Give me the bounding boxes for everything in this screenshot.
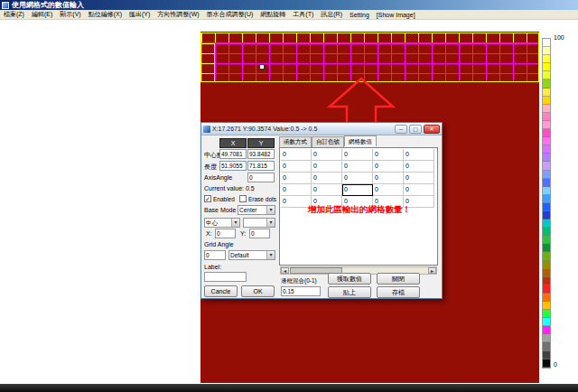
save-button[interactable]: 存檔: [377, 286, 420, 298]
offset-x-input[interactable]: [215, 229, 236, 238]
palette-swatch[interactable]: [543, 252, 550, 260]
palette-swatch[interactable]: [543, 351, 550, 359]
palette-swatch[interactable]: [543, 269, 550, 277]
ok-button[interactable]: OK: [241, 285, 275, 297]
menu-item[interactable]: [Show Image]: [373, 12, 419, 18]
center-x-input[interactable]: [219, 149, 247, 159]
menu-item[interactable]: 匯出(Y): [126, 10, 154, 19]
scroll-right-icon[interactable]: ►: [428, 267, 436, 274]
axis-angle-input[interactable]: [247, 173, 275, 182]
palette-swatch[interactable]: [543, 171, 550, 179]
grid-cell[interactable]: 0: [373, 184, 404, 196]
grid-cell[interactable]: 0: [342, 161, 373, 173]
palette-swatch[interactable]: [543, 211, 550, 219]
palette-swatch[interactable]: [543, 97, 550, 105]
grid-cell[interactable]: 0: [342, 173, 373, 184]
palette-swatch[interactable]: [543, 39, 550, 47]
center-y-input[interactable]: [247, 149, 275, 159]
grid-cell[interactable]: 0: [281, 173, 312, 184]
palette-swatch[interactable]: [543, 318, 550, 326]
palette-swatch[interactable]: [543, 203, 550, 211]
dialog-titlebar[interactable]: X:17.2671 Y:90.3574 Value:0.5 -> 0.5 ─ ▢…: [201, 123, 442, 135]
menu-item[interactable]: 檔案(Z): [0, 10, 28, 19]
close-dialog-button[interactable]: 關閉: [377, 273, 420, 285]
menu-item[interactable]: 墨水合成調整(U): [203, 10, 257, 19]
palette-swatch[interactable]: [543, 113, 550, 121]
grid-cell[interactable]: 0: [373, 173, 404, 184]
grid-cell[interactable]: 0: [281, 161, 312, 173]
halftone-grid-region[interactable]: [200, 33, 539, 82]
palette-swatch[interactable]: [543, 334, 550, 342]
palette-swatch[interactable]: [543, 219, 550, 228]
palette-swatch[interactable]: [543, 195, 550, 203]
enabled-checkbox[interactable]: Enabled: [204, 195, 235, 202]
erase-dots-checkbox[interactable]: Erase dots: [239, 195, 276, 202]
grid-cell[interactable]: 0: [312, 173, 342, 184]
palette-swatch[interactable]: [543, 47, 550, 55]
label-input[interactable]: [204, 272, 247, 282]
grid-cell[interactable]: 0: [312, 161, 342, 173]
palette-swatch[interactable]: [543, 129, 550, 137]
grid-cell[interactable]: 0: [404, 184, 434, 196]
palette-swatch[interactable]: [543, 310, 550, 318]
grid-cell[interactable]: 0: [342, 184, 373, 196]
palette-swatch[interactable]: [543, 71, 550, 79]
menu-item[interactable]: 編輯(E): [28, 10, 56, 19]
palette-swatch[interactable]: [543, 79, 550, 88]
grid-angle-mode-select[interactable]: Default ▾: [228, 250, 275, 260]
palette-swatch[interactable]: [543, 63, 550, 71]
palette-swatch[interactable]: [543, 121, 550, 129]
palette-swatch[interactable]: [543, 342, 550, 350]
menu-item[interactable]: 方向性調整(W): [154, 10, 202, 19]
palette-swatch[interactable]: [543, 294, 550, 302]
menu-item[interactable]: 點位編修(X): [85, 10, 126, 19]
menu-item[interactable]: 訊息(R): [317, 10, 346, 19]
palette-swatch[interactable]: [543, 277, 550, 285]
anchor-secondary-select[interactable]: ▾: [243, 218, 275, 228]
anchor-select[interactable]: 中心 ▾: [204, 218, 240, 228]
grid-cell[interactable]: 0: [281, 184, 312, 196]
length-x-input[interactable]: [219, 161, 247, 171]
grid-cell[interactable]: 0: [312, 149, 342, 161]
palette-swatch[interactable]: [543, 228, 550, 236]
menu-item[interactable]: Setting: [346, 12, 373, 18]
border-blend-input[interactable]: [281, 286, 321, 296]
dialog-tab[interactable]: 函數方式: [279, 136, 312, 147]
dialog-tab[interactable]: 自訂色號: [312, 136, 344, 147]
grid-cell[interactable]: 0: [404, 173, 434, 184]
grid-cell[interactable]: 0: [373, 161, 404, 173]
palette-swatch[interactable]: [543, 261, 550, 269]
palette-swatch[interactable]: [543, 244, 550, 252]
grid-cell[interactable]: 0: [281, 196, 312, 208]
scroll-left-icon[interactable]: ◄: [281, 267, 289, 274]
paste-button[interactable]: 貼上: [328, 286, 371, 298]
grid-cell[interactable]: 0: [342, 149, 373, 161]
window-titlebar[interactable]: 使用網格式的數值輸入: [0, 0, 578, 10]
palette-swatch[interactable]: [543, 154, 550, 162]
close-button[interactable]: ✕: [424, 125, 440, 134]
length-y-input[interactable]: [247, 161, 275, 171]
palette-swatch[interactable]: [543, 89, 550, 97]
palette-swatch[interactable]: [543, 285, 550, 294]
palette-swatch[interactable]: [543, 236, 550, 244]
palette-swatch[interactable]: [543, 137, 550, 145]
palette-swatch[interactable]: [543, 105, 550, 113]
minimize-button[interactable]: ─: [395, 125, 407, 134]
grid-cell[interactable]: 0: [312, 184, 342, 196]
grid-cell[interactable]: 0: [404, 149, 434, 161]
palette-swatch[interactable]: [543, 162, 550, 170]
dialog-tab[interactable]: 網格數值: [344, 135, 377, 146]
palette-swatch[interactable]: [543, 359, 550, 368]
menu-item[interactable]: 顯示(V): [56, 10, 84, 19]
palette-swatch[interactable]: [543, 179, 550, 187]
palette-swatch[interactable]: [543, 187, 550, 195]
palette-swatch[interactable]: [543, 302, 550, 310]
grid-angle-input[interactable]: [204, 250, 226, 260]
palette-swatch[interactable]: [543, 326, 550, 334]
menu-item[interactable]: 網點旋轉: [256, 10, 289, 19]
os-taskbar[interactable]: [0, 384, 578, 392]
base-mode-select[interactable]: Center ▾: [238, 205, 275, 215]
menu-item[interactable]: 工具(T): [289, 10, 317, 19]
get-values-button[interactable]: 獲取數值: [328, 273, 371, 285]
grid-cell[interactable]: 0: [373, 149, 404, 161]
